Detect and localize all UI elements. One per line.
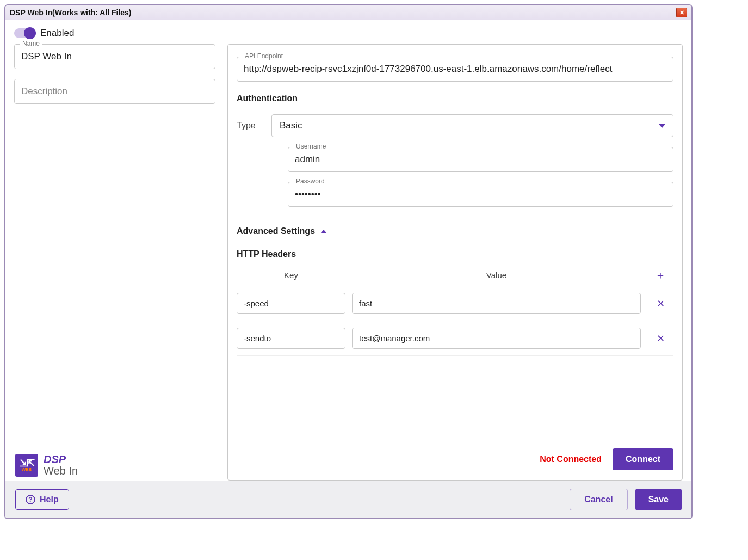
- username-legend: Username: [294, 143, 328, 150]
- help-icon: ?: [26, 495, 35, 504]
- connect-row: Not Connected Connect: [237, 432, 673, 470]
- enabled-label: Enabled: [40, 28, 74, 39]
- header-value-input[interactable]: [352, 293, 641, 314]
- col-value: Value: [345, 270, 647, 280]
- chevron-up-icon: [320, 230, 327, 233]
- save-button[interactable]: Save: [635, 489, 682, 510]
- http-headers-title: HTTP Headers: [237, 249, 673, 259]
- right-panel[interactable]: API Endpoint Authentication Type Basic U…: [227, 44, 683, 481]
- auth-type-value: Basic: [280, 120, 302, 131]
- advanced-settings-toggle[interactable]: Advanced Settings: [237, 226, 673, 236]
- brand-logo: ⇲⇱ WEB DSP Web In: [15, 454, 78, 477]
- titlebar: DSP Web In (Works with: All Files) ✕: [5, 5, 691, 20]
- dialog-body: Enabled Name API Endpoint Authentication: [5, 20, 691, 481]
- connection-status: Not Connected: [540, 454, 602, 464]
- left-column: Name: [14, 44, 215, 481]
- description-input[interactable]: [15, 79, 215, 103]
- enabled-toggle[interactable]: [14, 28, 35, 38]
- window-title-main: DSP Web In: [10, 8, 52, 17]
- auth-type-select[interactable]: Basic: [271, 114, 673, 137]
- auth-type-row: Type Basic: [237, 114, 673, 137]
- plus-icon: ＋: [655, 269, 666, 281]
- headers-head: Key Value ＋: [237, 264, 673, 286]
- table-row: ✕: [237, 321, 673, 356]
- description-field-wrap: [14, 79, 215, 104]
- api-endpoint-wrap: API Endpoint: [237, 57, 673, 82]
- arrows-icon: ⇲⇱: [20, 459, 34, 467]
- add-header-button[interactable]: ＋: [655, 268, 666, 282]
- header-key-input[interactable]: [237, 293, 345, 314]
- header-key-input[interactable]: [237, 328, 345, 349]
- help-button[interactable]: ? Help: [15, 489, 69, 510]
- password-wrap: Password: [288, 182, 673, 207]
- auth-credentials: Username Password: [288, 147, 673, 207]
- columns: Name API Endpoint Authentication Type Ba…: [14, 44, 683, 481]
- cancel-button[interactable]: Cancel: [570, 489, 627, 510]
- close-icon: ✕: [657, 298, 665, 309]
- table-row: ✕: [237, 286, 673, 321]
- enabled-row: Enabled: [14, 28, 683, 39]
- close-icon: ✕: [679, 9, 684, 16]
- connect-button[interactable]: Connect: [613, 448, 673, 470]
- close-button[interactable]: ✕: [676, 8, 687, 17]
- logo-line1: DSP: [44, 454, 78, 465]
- remove-header-button[interactable]: ✕: [657, 333, 665, 344]
- remove-header-button[interactable]: ✕: [657, 298, 665, 310]
- api-endpoint-legend: API Endpoint: [243, 52, 285, 60]
- auth-section-title: Authentication: [237, 94, 673, 103]
- name-field-wrap: Name: [14, 44, 215, 69]
- logo-text: DSP Web In: [44, 454, 78, 477]
- password-legend: Password: [294, 177, 327, 185]
- help-label: Help: [40, 495, 59, 504]
- headers-table: Key Value ＋ ✕: [237, 264, 673, 356]
- logo-line2: Web In: [44, 465, 78, 477]
- logo-badge-icon: ⇲⇱ WEB: [15, 454, 38, 477]
- logo-badge-label: WEB: [22, 467, 32, 472]
- password-input[interactable]: [288, 182, 673, 206]
- username-wrap: Username: [288, 147, 673, 172]
- name-input[interactable]: [15, 45, 215, 69]
- type-label: Type: [237, 121, 257, 131]
- name-legend: Name: [20, 40, 42, 47]
- header-value-input[interactable]: [352, 328, 641, 349]
- footer: ? Help Cancel Save: [5, 481, 691, 518]
- advanced-settings-label: Advanced Settings: [237, 226, 315, 236]
- close-icon: ✕: [657, 333, 665, 344]
- dialog-window: DSP Web In (Works with: All Files) ✕ Ena…: [4, 4, 693, 519]
- window-title-suffix: (Works with: All Files): [52, 8, 131, 17]
- api-endpoint-input[interactable]: [237, 57, 673, 81]
- chevron-down-icon: [659, 124, 665, 128]
- col-key: Key: [237, 270, 345, 280]
- username-input[interactable]: [288, 147, 673, 171]
- toggle-knob-icon: [24, 27, 36, 39]
